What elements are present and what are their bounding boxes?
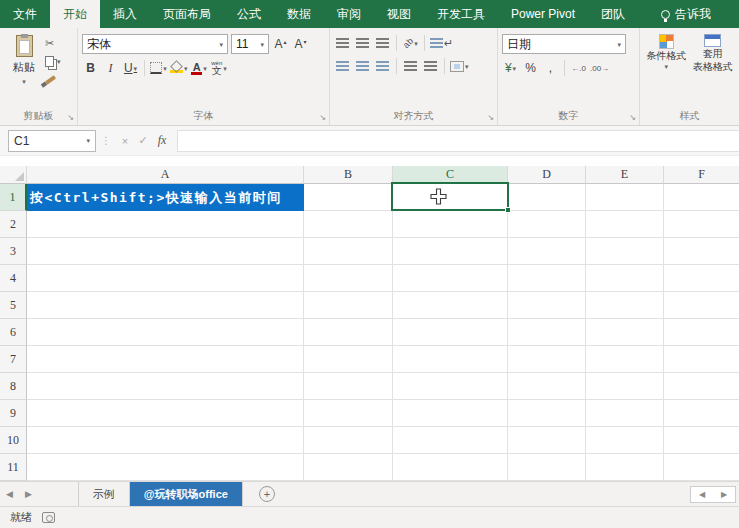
divider [144,60,145,76]
row-header-11[interactable]: 11 [0,454,27,481]
cancel-entry-button[interactable]: × [116,135,134,147]
new-sheet-button[interactable]: + [259,486,275,502]
wrap-text-button[interactable]: ↵ [430,34,453,52]
conditional-formatting-button[interactable]: 条件格式 ▾ [643,32,690,72]
decrease-font-button[interactable]: A▾ [292,35,309,53]
sheet-tab-office[interactable]: @玩转职场office [130,482,243,506]
number-dialog-launcher-icon[interactable]: ↘ [629,114,636,122]
tab-team[interactable]: 团队 [588,0,638,28]
tab-review[interactable]: 审阅 [324,0,374,28]
align-top-button[interactable] [334,34,351,52]
orientation-icon: ab [401,36,415,50]
number-group-label: 数字 [498,109,639,123]
tab-developer[interactable]: 开发工具 [424,0,498,28]
cut-button[interactable]: ✂ [45,37,61,50]
merge-center-icon [450,61,464,72]
align-right-button[interactable] [374,57,391,75]
chevron-down-icon: ▾ [219,41,223,48]
phonetic-icon: wén 文 [211,60,222,76]
copy-button[interactable]: ▾ [45,55,61,68]
column-header-e[interactable]: E [586,166,664,184]
clipboard-dialog-launcher-icon[interactable]: ↘ [67,114,74,122]
formula-bar: C1 ▾ ⋮ × ✓ fx [0,126,739,156]
scroll-left-icon[interactable]: ◀ [699,490,705,499]
row-header-5[interactable]: 5 [0,292,27,319]
format-painter-button[interactable] [45,73,61,86]
format-as-table-icon [704,34,721,47]
format-as-table-button[interactable]: 套用 表格格式 [690,32,737,72]
row-header-7[interactable]: 7 [0,346,27,373]
tab-file[interactable]: 文件 [0,0,50,28]
bold-button[interactable]: B [82,59,99,77]
orientation-button[interactable]: ab▾ [402,34,419,52]
row-header-10[interactable]: 10 [0,427,27,454]
merge-center-button[interactable]: ▾ [450,57,469,75]
paste-dropdown-icon[interactable]: ▾ [22,78,26,85]
formula-input[interactable] [177,130,739,152]
alignment-group-label: 对齐方式 [330,109,497,123]
tab-formulas[interactable]: 公式 [224,0,274,28]
column-header-f[interactable]: F [664,166,739,184]
alignment-dialog-launcher-icon[interactable]: ↘ [487,114,494,122]
increase-font-button[interactable]: A▴ [272,35,289,53]
borders-button[interactable]: ▾ [150,59,167,77]
fill-handle[interactable] [505,207,511,213]
tab-page-layout[interactable]: 页面布局 [150,0,224,28]
insert-function-button[interactable]: fx [152,133,172,148]
macro-record-icon[interactable] [42,512,55,523]
scroll-right-icon[interactable]: ▶ [721,490,727,499]
align-bottom-icon [376,38,389,49]
align-bottom-button[interactable] [374,34,391,52]
align-middle-button[interactable] [354,34,371,52]
decrease-decimal-button[interactable]: .00→ [590,59,609,77]
tab-power-pivot[interactable]: Power Pivot [498,0,588,28]
row-header-2[interactable]: 2 [0,211,27,238]
font-color-button[interactable]: A▾ [191,59,208,77]
next-sheet-button[interactable]: ▶ [19,482,38,506]
decrease-indent-button[interactable] [402,57,419,75]
percent-style-button[interactable]: % [522,59,539,77]
confirm-entry-button[interactable]: ✓ [134,134,152,147]
row-header-6[interactable]: 6 [0,319,27,346]
tab-home-label: 开始 [63,6,87,23]
align-center-button[interactable] [354,57,371,75]
underline-button[interactable]: U▾ [122,59,139,77]
fill-color-button[interactable]: ▾ [170,59,188,77]
tell-me-box[interactable]: 告诉我 [648,0,724,28]
column-header-d[interactable]: D [508,166,586,184]
formula-bar-grip-icon[interactable]: ⋮ [101,135,111,146]
row-header-3[interactable]: 3 [0,238,27,265]
name-box[interactable]: C1 ▾ [8,130,96,152]
cell-a1[interactable]: 按<Ctrl+Shift;>快速输入当前时间 [27,184,304,211]
horizontal-scrollbar[interactable]: ◀ ▶ [690,486,736,503]
phonetic-guide-button[interactable]: wén 文 ▾ [211,59,228,77]
font-color-swatch [191,72,202,75]
select-all-button[interactable] [0,166,27,184]
tab-home[interactable]: 开始 [50,0,100,28]
row-header-4[interactable]: 4 [0,265,27,292]
number-format-select[interactable]: 日期 ▾ [502,34,626,54]
chevron-down-icon[interactable]: ▾ [86,137,90,144]
worksheet-grid[interactable]: A B C D E F 1 2 3 4 5 6 7 8 9 10 11 按<Ct… [0,166,739,481]
increase-decimal-button[interactable]: ←.0 [570,59,587,77]
prev-sheet-button[interactable]: ◀ [0,482,19,506]
column-header-b[interactable]: B [304,166,393,184]
tab-insert[interactable]: 插入 [100,0,150,28]
accounting-format-button[interactable]: ¥▾ [502,59,519,77]
font-dialog-launcher-icon[interactable]: ↘ [319,114,326,122]
font-name-select[interactable]: 宋体 ▾ [82,34,228,54]
sheet-tab-shili[interactable]: 示例 [78,482,130,506]
italic-button[interactable]: I [102,59,119,77]
paste-button[interactable]: 粘贴 ▾ [3,32,45,109]
column-header-a[interactable]: A [27,166,304,184]
row-header-1[interactable]: 1 [0,184,27,211]
align-left-button[interactable] [334,57,351,75]
tab-data[interactable]: 数据 [274,0,324,28]
tab-view[interactable]: 视图 [374,0,424,28]
increase-indent-button[interactable] [422,57,439,75]
ribbon: 粘贴 ▾ ✂ ▾ 剪贴板 ↘ 宋体 ▾ 11 [0,28,739,126]
font-size-select[interactable]: 11 ▾ [231,34,269,54]
row-header-8[interactable]: 8 [0,373,27,400]
comma-style-button[interactable]: , [542,59,559,77]
row-header-9[interactable]: 9 [0,400,27,427]
